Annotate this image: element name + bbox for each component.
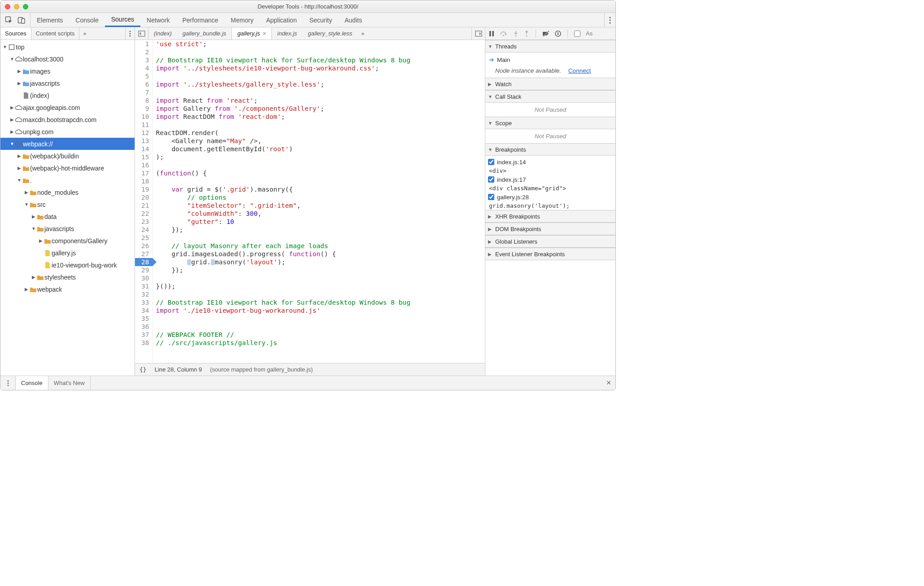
tree-item[interactable]: ▶node_modules [0, 186, 135, 198]
panel-tab-audits[interactable]: Audits [338, 13, 368, 27]
drawer-menu-button[interactable] [0, 376, 16, 390]
panel-tab-security[interactable]: Security [303, 13, 339, 27]
tree-item[interactable]: ie10-viewport-bug-work [0, 259, 135, 271]
tree-item[interactable]: ▶components/Gallery [0, 235, 135, 247]
tree-item[interactable]: gallery.js [0, 247, 135, 259]
svg-rect-2 [22, 18, 25, 23]
file-tab[interactable]: gallery_style.less [302, 27, 357, 39]
pretty-print-button[interactable]: {} [139, 366, 147, 373]
navigator-tab-content-scripts[interactable]: Content scripts [31, 27, 80, 39]
tree-item[interactable]: ▼javascripts [0, 223, 135, 235]
pause-icon[interactable] [489, 31, 494, 37]
breakpoint-item[interactable]: index.js:14 [488, 157, 613, 167]
step-into-icon[interactable] [513, 31, 519, 37]
file-tab[interactable]: (index) [148, 27, 177, 39]
inspect-element-icon[interactable] [5, 16, 13, 24]
tree-item[interactable]: ▶maxcdn.bootstrapcdn.com [0, 114, 135, 126]
breakpoint-item[interactable]: index.js:17 [488, 174, 613, 185]
node-connect-link[interactable]: Connect [568, 67, 591, 74]
svg-point-4 [609, 19, 610, 21]
breakpoint-preview: <div className="grid"> [488, 185, 613, 192]
tree-item[interactable]: ▶ajax.googleapis.com [0, 101, 135, 114]
editor-statusbar: {} Line 28, Column 9 (source mapped from… [135, 363, 485, 376]
wfolder-icon [44, 238, 52, 244]
wfolder-icon [36, 274, 44, 280]
drawer-tab-console[interactable]: Console [16, 376, 48, 390]
pause-on-exceptions-icon[interactable] [555, 31, 561, 37]
tree-item[interactable]: ▼webpack:// [0, 138, 135, 150]
file-tree[interactable]: ▼top▼localhost:3000▶images▶javascripts(i… [0, 40, 135, 376]
file-icon [22, 92, 30, 99]
navigator-tab-sources[interactable]: Sources [0, 27, 31, 39]
panel-tab-sources[interactable]: Sources [105, 13, 140, 27]
source-map-info: (source mapped from gallery_bundle.js) [210, 366, 313, 373]
tree-item[interactable]: ▶(webpack)/buildin [0, 150, 135, 162]
section-event-listener-breakpoints[interactable]: ▶Event Listener Breakpoints [485, 248, 615, 260]
file-tab[interactable]: index.js [272, 27, 302, 39]
navigator-more-tabs[interactable]: » [79, 27, 90, 39]
wfolder-icon [29, 286, 37, 293]
close-tab-icon[interactable]: × [263, 30, 266, 37]
file-tabs-more[interactable]: » [357, 27, 368, 39]
kebab-icon [609, 17, 611, 24]
panel-tab-application[interactable]: Application [260, 13, 303, 27]
wfile-icon [44, 249, 52, 257]
async-label: As [586, 30, 593, 37]
svg-point-3 [609, 17, 610, 18]
svg-point-5 [609, 22, 610, 23]
wfolder-icon [36, 226, 44, 232]
drawer-close-button[interactable]: × [602, 376, 615, 390]
async-checkbox[interactable] [574, 31, 580, 37]
cloud-icon [15, 129, 23, 135]
breakpoint-preview: grid.masonry('layout'); [488, 202, 613, 209]
panel-tab-network[interactable]: Network [140, 13, 176, 27]
file-tab[interactable]: gallery_bundle.js [177, 27, 232, 39]
section-xhr-breakpoints[interactable]: ▶XHR Breakpoints [485, 210, 615, 223]
step-over-icon[interactable] [500, 31, 508, 37]
breakpoint-preview: <div> [488, 167, 613, 174]
scope-body: Not Paused [485, 129, 615, 143]
panel-menu-button[interactable] [604, 13, 615, 27]
panel-tab-memory[interactable]: Memory [225, 13, 260, 27]
section-dom-breakpoints[interactable]: ▶DOM Breakpoints [485, 223, 615, 235]
cloud-icon [15, 117, 23, 122]
svg-point-15 [515, 35, 517, 36]
panel-tab-console[interactable]: Console [69, 13, 105, 27]
breakpoint-checkbox[interactable] [488, 159, 494, 165]
panel-tab-elements[interactable]: Elements [31, 13, 69, 27]
tree-item[interactable]: ▶(webpack)-hot-middleware [0, 162, 135, 174]
breakpoint-item[interactable]: gallery.js:28 [488, 192, 613, 202]
breakpoint-checkbox[interactable] [488, 176, 494, 183]
step-out-icon[interactable] [524, 31, 529, 37]
tree-item[interactable]: ▶data [0, 210, 135, 223]
tree-item[interactable]: ▶webpack [0, 283, 135, 295]
section-callstack[interactable]: ▼Call Stack [485, 90, 615, 103]
thread-main[interactable]: ➔Main [489, 54, 612, 65]
panel-tab-performance[interactable]: Performance [176, 13, 224, 27]
section-breakpoints[interactable]: ▼Breakpoints [485, 143, 615, 156]
breakpoint-checkbox[interactable] [488, 194, 494, 200]
tree-item[interactable]: ▶images [0, 65, 135, 77]
drawer-tab-whatsnew[interactable]: What's New [48, 376, 91, 390]
show-debugger-icon[interactable] [471, 27, 485, 39]
show-navigator-icon[interactable] [135, 27, 148, 39]
tree-item[interactable]: ▼top [0, 41, 135, 53]
folder-icon [22, 68, 30, 74]
section-watch[interactable]: ▶Watch [485, 78, 615, 90]
section-global-listeners[interactable]: ▶Global Listeners [485, 235, 615, 248]
code-editor[interactable]: 1234567891011121314151617181920212223242… [135, 40, 485, 363]
file-tab[interactable]: gallery.js× [231, 27, 272, 39]
tree-item[interactable]: ▶stylesheets [0, 271, 135, 283]
section-scope[interactable]: ▼Scope [485, 117, 615, 129]
tree-item[interactable]: ▼localhost:3000 [0, 53, 135, 65]
deactivate-breakpoints-icon[interactable] [542, 31, 549, 37]
device-toggle-icon[interactable] [17, 16, 26, 24]
navigator-menu-button[interactable] [125, 27, 135, 39]
tree-item[interactable]: (index) [0, 89, 135, 101]
section-threads[interactable]: ▼Threads [485, 40, 615, 52]
tree-item[interactable]: ▼src [0, 198, 135, 210]
tree-item[interactable]: ▶javascripts [0, 77, 135, 89]
wfolder-icon [22, 153, 30, 159]
tree-item[interactable]: ▼. [0, 174, 135, 186]
tree-item[interactable]: ▶unpkg.com [0, 126, 135, 138]
